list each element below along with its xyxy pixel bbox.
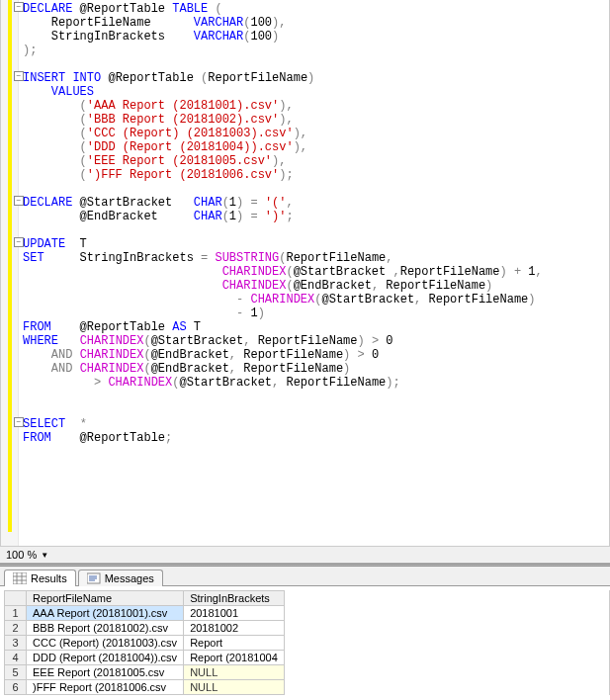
code-editor[interactable]: − − − − − DECLARE @ReportTable TABLE ( R… <box>0 0 610 547</box>
results-tabs: Results Messages <box>0 567 610 586</box>
tab-messages[interactable]: Messages <box>78 569 163 586</box>
row-number[interactable]: 6 <box>5 680 27 695</box>
results-grid[interactable]: ReportFileName StringInBrackets 1AAA Rep… <box>0 590 610 695</box>
corner-cell <box>5 591 27 606</box>
code-area[interactable]: DECLARE @ReportTable TABLE ( ReportFileN… <box>19 0 609 546</box>
cell[interactable]: EEE Report (20181005.csv <box>27 665 184 680</box>
fold-icon[interactable]: − <box>14 2 24 12</box>
svg-rect-0 <box>13 572 27 584</box>
tab-results[interactable]: Results <box>4 569 76 586</box>
cell[interactable]: Report <box>184 636 285 651</box>
row-number[interactable]: 3 <box>5 636 27 651</box>
cell[interactable]: NULL <box>184 680 285 695</box>
cell[interactable]: NULL <box>184 665 285 680</box>
table-row[interactable]: 4DDD (Report (20181004)).csvReport (2018… <box>5 651 285 665</box>
grid-icon <box>13 572 27 584</box>
cell[interactable]: BBB Report (20181002).csv <box>27 621 184 636</box>
fold-icon[interactable]: − <box>14 237 24 247</box>
row-number[interactable]: 5 <box>5 665 27 680</box>
zoom-bar: 100 % ▼ <box>0 547 610 564</box>
cell[interactable]: )FFF Report (20181006.csv <box>27 680 184 695</box>
cell[interactable]: 20181001 <box>184 606 285 621</box>
fold-icon[interactable]: − <box>14 71 24 81</box>
fold-icon[interactable]: − <box>14 196 24 206</box>
column-header[interactable]: StringInBrackets <box>184 591 285 606</box>
cell[interactable]: AAA Report (20181001).csv <box>27 606 184 621</box>
table-row[interactable]: 5EEE Report (20181005.csvNULL <box>5 665 285 680</box>
table-row[interactable]: 3CCC (Report) (20181003).csvReport <box>5 636 285 651</box>
table-row[interactable]: 1AAA Report (20181001).csv20181001 <box>5 606 285 621</box>
fold-icon[interactable]: − <box>14 417 24 427</box>
table-header-row: ReportFileName StringInBrackets <box>5 591 285 606</box>
change-margin <box>8 0 12 532</box>
cell[interactable]: DDD (Report (20181004)).csv <box>27 651 184 665</box>
row-number[interactable]: 2 <box>5 621 27 636</box>
table-row[interactable]: 6)FFF Report (20181006.csvNULL <box>5 680 285 695</box>
table-row[interactable]: 2BBB Report (20181002).csv20181002 <box>5 621 285 636</box>
messages-icon <box>87 572 101 584</box>
editor-gutter: − − − − − <box>1 0 19 546</box>
row-number[interactable]: 4 <box>5 651 27 665</box>
dropdown-icon[interactable]: ▼ <box>41 551 48 560</box>
cell[interactable]: Report (20181004 <box>184 651 285 665</box>
tab-results-label: Results <box>31 572 67 584</box>
tab-messages-label: Messages <box>105 572 154 584</box>
cell[interactable]: CCC (Report) (20181003).csv <box>27 636 184 651</box>
zoom-value: 100 % <box>6 549 37 561</box>
row-number[interactable]: 1 <box>5 606 27 621</box>
column-header[interactable]: ReportFileName <box>27 591 184 606</box>
cell[interactable]: 20181002 <box>184 621 285 636</box>
